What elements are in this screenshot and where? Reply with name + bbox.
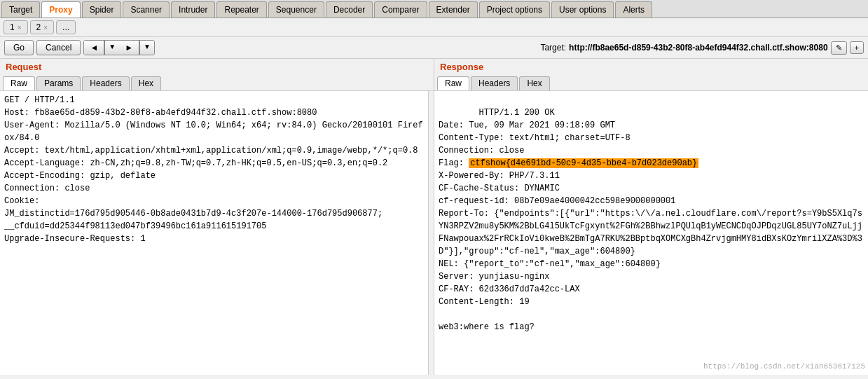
sub-tab-2[interactable]: 2 × [30, 20, 55, 34]
target-url: http://fb8ae65d-d859-43b2-80f8-ab4efd944… [569, 43, 827, 53]
tab-intruder[interactable]: Intruder [171, 1, 215, 18]
request-tab-raw[interactable]: Raw [3, 76, 35, 90]
main-area: Request Raw Params Headers Hex GET / HTT… [0, 59, 868, 375]
tab-project-options[interactable]: Project options [479, 1, 550, 18]
response-web-question: web3:where is flag? [439, 322, 535, 332]
tab-user-options[interactable]: User options [551, 1, 614, 18]
top-tab-bar: Target Proxy Spider Scanner Intruder Rep… [0, 0, 868, 18]
add-target-button[interactable]: + [850, 41, 864, 54]
flag-value: ctfshow{d4e691bd-50c9-4d35-bbe4-b7d023de… [469, 158, 698, 168]
edit-target-button[interactable]: ✎ [831, 41, 847, 55]
forward-dropdown[interactable]: ▼ [139, 41, 154, 55]
request-scrollbar[interactable] [428, 91, 434, 375]
tab-extender[interactable]: Extender [429, 1, 478, 18]
back-button[interactable]: ◄ [84, 41, 104, 55]
tab-sequencer[interactable]: Sequencer [268, 1, 324, 18]
tab-scanner[interactable]: Scanner [123, 1, 170, 18]
go-button[interactable]: Go [4, 40, 34, 55]
tab-proxy[interactable]: Proxy [41, 1, 80, 18]
response-tab-headers[interactable]: Headers [471, 76, 518, 90]
tab-comparer[interactable]: Comparer [374, 1, 427, 18]
response-panel-inner: HTTP/1.1 200 OK Date: Tue, 09 Mar 2021 0… [434, 91, 868, 375]
cancel-button[interactable]: Cancel [36, 40, 81, 55]
response-title: Response [434, 59, 868, 75]
target-bar: Target: http://fb8ae65d-d859-43b2-80f8-a… [540, 41, 864, 55]
back-dropdown[interactable]: ▼ [104, 41, 119, 55]
tab-repeater[interactable]: Repeater [216, 1, 266, 18]
request-panel: Request Raw Params Headers Hex GET / HTT… [0, 59, 434, 375]
response-tabs: Raw Headers Hex [434, 75, 868, 91]
response-after-flag: X-Powered-By: PHP/7.3.11 CF-Cache-Status… [439, 171, 862, 307]
target-label: Target: [540, 43, 566, 53]
request-content[interactable]: GET / HTTP/1.1 Host: fb8ae65d-d859-43b2-… [0, 91, 428, 375]
request-tabs: Raw Params Headers Hex [0, 75, 434, 91]
sub-tab-more[interactable]: ... [56, 20, 76, 34]
response-tab-raw[interactable]: Raw [437, 76, 469, 90]
sub-tab-1-label: 1 [10, 22, 15, 32]
tab-spider[interactable]: Spider [82, 1, 122, 18]
tab-target[interactable]: Target [1, 1, 40, 18]
request-tab-params[interactable]: Params [36, 76, 81, 90]
request-panel-inner: GET / HTTP/1.1 Host: fb8ae65d-d859-43b2-… [0, 91, 434, 375]
tab-decoder[interactable]: Decoder [326, 1, 373, 18]
sub-tab-bar: 1 × 2 × ... [0, 18, 868, 37]
forward-button[interactable]: ► [119, 41, 139, 55]
watermark: https://blog.csdn.net/xian653617125 [703, 361, 865, 373]
sub-tab-2-close[interactable]: × [43, 24, 48, 32]
sub-tab-2-label: 2 [36, 22, 41, 32]
sub-tab-1[interactable]: 1 × [4, 20, 28, 34]
request-tab-headers[interactable]: Headers [82, 76, 129, 90]
sub-tab-1-close[interactable]: × [18, 24, 22, 32]
back-forward-group: ◄ ▼ ► ▼ [83, 40, 155, 55]
tab-alerts[interactable]: Alerts [615, 1, 652, 18]
request-tab-hex[interactable]: Hex [131, 76, 161, 90]
request-title: Request [0, 59, 434, 75]
response-tab-hex[interactable]: Hex [519, 76, 549, 90]
toolbar: Go Cancel ◄ ▼ ► ▼ Target: http://fb8ae65… [0, 37, 868, 59]
response-content[interactable]: HTTP/1.1 200 OK Date: Tue, 09 Mar 2021 0… [434, 91, 868, 375]
response-panel: Response Raw Headers Hex HTTP/1.1 200 OK… [434, 59, 868, 375]
